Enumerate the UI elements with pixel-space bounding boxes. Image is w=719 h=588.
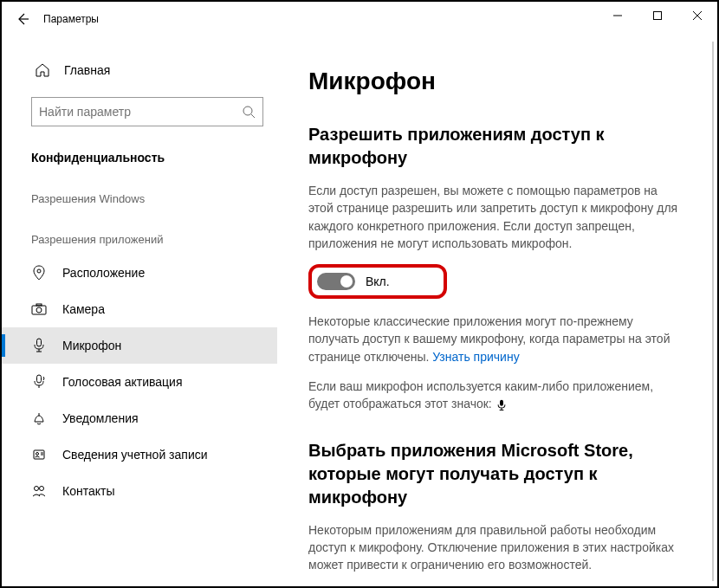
sidebar-item-camera[interactable]: Камера [2,291,277,327]
microphone-icon [31,338,47,353]
category-title: Конфиденциальность [2,142,277,173]
back-button[interactable] [9,5,36,33]
svg-point-11 [40,487,44,491]
section-choose-apps-body: Некоторым приложениям для правильной раб… [308,521,681,574]
section-choose-apps-title: Выбрать приложения Microsoft Store, кото… [308,439,691,509]
voice-icon [31,374,47,390]
minimize-button[interactable] [598,2,638,29]
sidebar: Главная Конфиденциальность Разрешения Wi… [2,36,277,586]
highlight-annotation: Вкл. [308,264,447,299]
microphone-indicator-icon [496,399,508,411]
titlebar: Параметры [2,2,717,36]
svg-rect-12 [500,399,503,405]
section-allow-apps-body: Если доступ разрешен, вы можете с помощь… [308,182,681,252]
sidebar-item-label: Уведомления [62,411,139,425]
maximize-button[interactable] [638,2,677,29]
sidebar-item-contacts[interactable]: Контакты [2,473,277,509]
svg-rect-0 [654,12,662,20]
location-icon [31,265,47,281]
search-icon [242,105,256,119]
nav-home[interactable]: Главная [2,54,277,87]
camera-icon [31,301,47,317]
sidebar-item-label: Камера [62,302,105,316]
svg-rect-6 [37,339,42,346]
scrollbar[interactable] [712,42,714,581]
sidebar-item-location[interactable]: Расположение [2,255,277,291]
window-controls [598,2,717,29]
bell-icon [31,410,47,426]
svg-rect-5 [36,304,42,306]
sidebar-item-label: Голосовая активация [62,375,183,389]
nav-home-label: Главная [64,63,110,77]
sidebar-item-notifications[interactable]: Уведомления [2,400,277,436]
allow-apps-toggle[interactable] [317,273,355,290]
learn-why-link[interactable]: Узнать причину [432,350,519,364]
svg-point-2 [37,269,41,273]
svg-point-9 [36,453,39,456]
account-icon [31,447,47,462]
svg-point-1 [243,107,252,115]
home-icon [35,62,50,78]
close-button[interactable] [677,2,717,29]
toggle-state-label: Вкл. [366,275,390,288]
sidebar-item-label: Контакты [62,484,114,498]
sidebar-item-account[interactable]: Сведения учетной записи [2,436,277,473]
svg-point-4 [36,307,42,313]
window-title: Параметры [43,13,99,25]
in-use-note: Если ваш микрофон используется каким-либ… [308,378,681,413]
main-content: Микрофон Разрешить приложениям доступ к … [277,36,717,586]
sidebar-item-label: Микрофон [62,339,121,352]
section-allow-apps-title: Разрешить приложениям доступ к микрофону [308,123,691,170]
contacts-icon [31,483,47,499]
svg-point-10 [35,487,39,491]
arrow-left-icon [16,12,29,26]
sidebar-item-voice[interactable]: Голосовая активация [2,364,277,400]
desktop-apps-note: Некоторые классические приложения могут … [308,313,681,365]
page-title: Микрофон [308,68,691,95]
search-input[interactable] [31,97,263,126]
group-windows-permissions: Разрешения Windows [2,173,277,214]
sidebar-item-label: Сведения учетной записи [62,448,208,462]
group-app-permissions: Разрешения приложений [2,214,277,255]
search-field[interactable] [39,105,242,119]
sidebar-item-microphone[interactable]: Микрофон [2,327,277,364]
svg-rect-7 [37,375,42,383]
sidebar-item-label: Расположение [62,266,145,280]
